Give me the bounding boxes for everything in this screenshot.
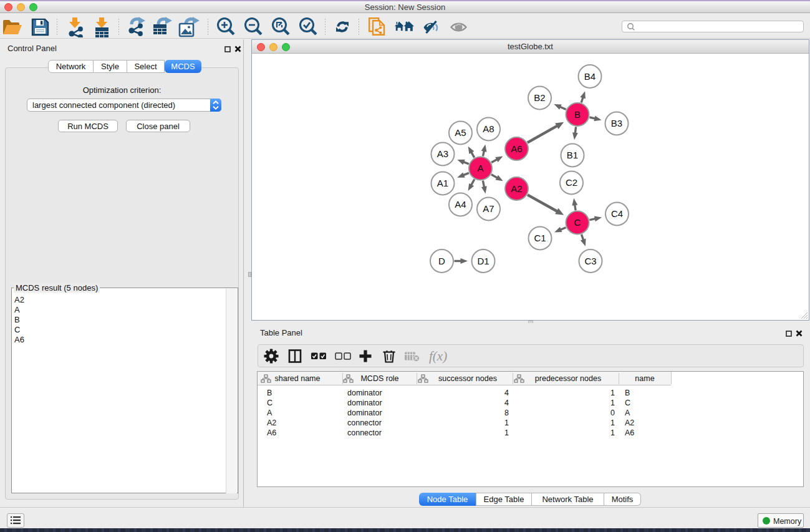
svg-text:1: 1 [504,418,509,427]
svg-text:A1: A1 [437,178,448,188]
svg-text:A5: A5 [455,127,466,138]
svg-text:A: A [477,163,483,173]
svg-text:B3: B3 [611,118,622,128]
svg-text:4: 4 [504,389,509,397]
svg-text:A6: A6 [625,428,634,437]
svg-text:A6: A6 [511,143,522,154]
svg-text:A4: A4 [455,199,466,210]
svg-text:1: 1 [610,418,615,427]
svg-text:A: A [625,409,630,417]
svg-text:f(x): f(x) [429,349,447,364]
svg-text:D: D [438,256,445,266]
svg-text:name: name [635,374,654,383]
svg-text:A7: A7 [483,203,494,214]
svg-text:C2: C2 [566,177,577,188]
svg-text:connector: connector [347,428,382,437]
svg-text:A2: A2 [625,418,634,427]
svg-text:A6: A6 [267,428,276,437]
svg-text:successor nodes: successor nodes [438,374,497,383]
svg-text:1: 1 [504,428,509,437]
svg-text:B2: B2 [534,92,545,103]
svg-text:MCDS role: MCDS role [360,374,398,383]
svg-text:C1: C1 [534,233,546,243]
svg-text:B: B [574,109,581,120]
svg-text:shared name: shared name [275,374,321,383]
svg-text:C: C [625,399,630,407]
svg-text:A2: A2 [511,183,522,194]
svg-text:A: A [267,409,272,417]
svg-text:C3: C3 [584,256,596,266]
svg-text:predecessor nodes: predecessor nodes [535,374,601,383]
svg-text:C4: C4 [611,208,623,219]
svg-text:B: B [625,389,630,397]
svg-text:1: 1 [610,389,615,397]
svg-text:dominator: dominator [347,389,382,397]
svg-text:dominator: dominator [347,409,382,417]
svg-text:C: C [267,399,272,407]
svg-text:A3: A3 [437,148,448,159]
svg-text:0: 0 [610,409,615,417]
svg-text:1: 1 [610,428,615,437]
svg-text:B1: B1 [567,150,578,160]
svg-text:A8: A8 [483,123,494,134]
svg-text:B4: B4 [584,71,595,82]
svg-text:connector: connector [347,418,382,427]
svg-text:dominator: dominator [347,399,382,407]
svg-text:B: B [267,389,272,397]
svg-text:4: 4 [504,399,509,407]
svg-text:1: 1 [610,399,615,407]
svg-text:8: 8 [504,409,509,417]
svg-text:D1: D1 [477,256,489,266]
svg-text:A2: A2 [267,418,276,427]
svg-text:C: C [574,217,581,228]
